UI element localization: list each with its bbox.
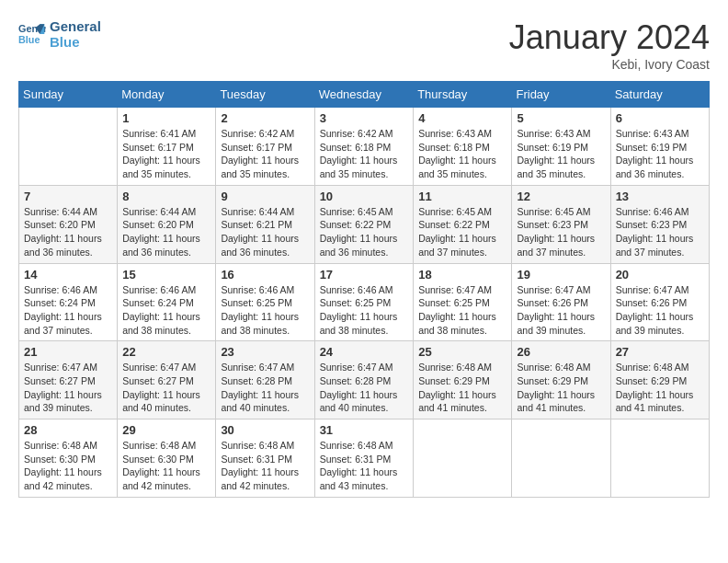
calendar-cell: 9 Sunrise: 6:44 AM Sunset: 6:21 PM Dayli… — [216, 185, 314, 263]
day-number: 10 — [320, 190, 409, 203]
day-info: Sunrise: 6:47 AM Sunset: 6:27 PM Dayligh… — [24, 361, 112, 415]
day-number: 5 — [517, 111, 605, 125]
day-number: 27 — [616, 345, 704, 359]
day-number: 25 — [418, 345, 506, 359]
month-title: January 2024 — [509, 18, 710, 57]
day-info: Sunrise: 6:46 AM Sunset: 6:25 PM Dayligh… — [221, 283, 309, 338]
sunrise-label: Sunrise: 6:45 AM — [418, 206, 492, 217]
daylight-label: Daylight: 11 hours and 42 minutes. — [221, 466, 299, 491]
sunrise-label: Sunrise: 6:46 AM — [320, 284, 393, 295]
sunrise-label: Sunrise: 6:47 AM — [418, 284, 492, 295]
sunrise-label: Sunrise: 6:46 AM — [221, 284, 294, 295]
day-number: 24 — [320, 345, 409, 359]
sunset-label: Sunset: 6:20 PM — [24, 219, 96, 230]
sunset-label: Sunset: 6:30 PM — [122, 454, 194, 465]
sunset-label: Sunset: 6:28 PM — [221, 375, 292, 386]
calendar-cell: 13 Sunrise: 6:46 AM Sunset: 6:23 PM Dayl… — [610, 185, 709, 263]
sunset-label: Sunset: 6:25 PM — [320, 297, 392, 308]
sunset-label: Sunset: 6:29 PM — [418, 375, 490, 386]
sunrise-label: Sunrise: 6:46 AM — [616, 206, 689, 217]
day-info: Sunrise: 6:46 AM Sunset: 6:23 PM Dayligh… — [616, 205, 704, 259]
daylight-label: Daylight: 11 hours and 38 minutes. — [221, 311, 299, 336]
calendar-cell: 1 Sunrise: 6:41 AM Sunset: 6:17 PM Dayli… — [118, 108, 216, 186]
sunrise-label: Sunrise: 6:45 AM — [320, 206, 393, 217]
calendar-cell: 11 Sunrise: 6:45 AM Sunset: 6:22 PM Dayl… — [414, 185, 512, 263]
sunrise-label: Sunrise: 6:43 AM — [517, 128, 590, 139]
daylight-label: Daylight: 11 hours and 41 minutes. — [418, 389, 496, 414]
sunset-label: Sunset: 6:26 PM — [517, 297, 588, 308]
day-info: Sunrise: 6:44 AM Sunset: 6:20 PM Dayligh… — [24, 205, 112, 259]
sunset-label: Sunset: 6:19 PM — [616, 142, 688, 153]
day-info: Sunrise: 6:46 AM Sunset: 6:24 PM Dayligh… — [24, 283, 112, 338]
title-block: January 2024 Kebi, Ivory Coast — [509, 18, 710, 72]
sunrise-label: Sunrise: 6:47 AM — [122, 362, 196, 373]
calendar-cell — [414, 419, 512, 498]
day-info: Sunrise: 6:48 AM Sunset: 6:31 PM Dayligh… — [221, 439, 309, 493]
calendar-cell: 24 Sunrise: 6:47 AM Sunset: 6:28 PM Dayl… — [314, 341, 414, 419]
page-header: General Blue General Blue January 2024 K… — [18, 18, 710, 72]
day-number: 12 — [517, 190, 605, 203]
sunset-label: Sunset: 6:17 PM — [122, 142, 194, 153]
sunset-label: Sunset: 6:28 PM — [320, 375, 392, 386]
calendar-cell: 5 Sunrise: 6:43 AM Sunset: 6:19 PM Dayli… — [512, 108, 610, 186]
day-number: 14 — [24, 268, 112, 282]
calendar-cell: 12 Sunrise: 6:45 AM Sunset: 6:23 PM Dayl… — [512, 185, 610, 263]
sunrise-label: Sunrise: 6:47 AM — [616, 284, 689, 295]
svg-text:Blue: Blue — [18, 34, 40, 45]
calendar-cell: 25 Sunrise: 6:48 AM Sunset: 6:29 PM Dayl… — [414, 341, 512, 419]
sunset-label: Sunset: 6:24 PM — [122, 297, 194, 308]
daylight-label: Daylight: 11 hours and 42 minutes. — [122, 466, 200, 491]
calendar-cell: 15 Sunrise: 6:46 AM Sunset: 6:24 PM Dayl… — [118, 263, 216, 341]
daylight-label: Daylight: 11 hours and 37 minutes. — [517, 233, 595, 258]
day-info: Sunrise: 6:45 AM Sunset: 6:22 PM Dayligh… — [320, 205, 409, 259]
sunrise-label: Sunrise: 6:48 AM — [122, 440, 196, 451]
daylight-label: Daylight: 11 hours and 36 minutes. — [24, 233, 102, 258]
sunrise-label: Sunrise: 6:47 AM — [221, 362, 294, 373]
day-number: 28 — [24, 423, 112, 437]
day-number: 22 — [122, 345, 210, 359]
day-number: 26 — [517, 345, 605, 359]
day-info: Sunrise: 6:47 AM Sunset: 6:28 PM Dayligh… — [221, 361, 309, 415]
daylight-label: Daylight: 11 hours and 36 minutes. — [320, 233, 398, 258]
calendar-cell: 16 Sunrise: 6:46 AM Sunset: 6:25 PM Dayl… — [216, 263, 314, 341]
sunrise-label: Sunrise: 6:48 AM — [320, 440, 393, 451]
calendar-cell — [610, 419, 709, 498]
calendar-cell: 22 Sunrise: 6:47 AM Sunset: 6:27 PM Dayl… — [118, 341, 216, 419]
sunrise-label: Sunrise: 6:46 AM — [24, 284, 97, 295]
calendar-cell: 28 Sunrise: 6:48 AM Sunset: 6:30 PM Dayl… — [19, 419, 118, 498]
weekday-header-tuesday: Tuesday — [216, 82, 314, 108]
sunset-label: Sunset: 6:29 PM — [517, 375, 588, 386]
daylight-label: Daylight: 11 hours and 43 minutes. — [320, 466, 398, 491]
day-number: 20 — [616, 268, 704, 282]
sunset-label: Sunset: 6:30 PM — [24, 454, 96, 465]
sunset-label: Sunset: 6:27 PM — [24, 375, 96, 386]
weekday-header-thursday: Thursday — [414, 82, 512, 108]
sunset-label: Sunset: 6:26 PM — [616, 297, 688, 308]
calendar-cell: 21 Sunrise: 6:47 AM Sunset: 6:27 PM Dayl… — [19, 341, 118, 419]
calendar-week-row: 7 Sunrise: 6:44 AM Sunset: 6:20 PM Dayli… — [19, 185, 710, 263]
sunrise-label: Sunrise: 6:48 AM — [221, 440, 294, 451]
weekday-header-wednesday: Wednesday — [314, 82, 414, 108]
sunrise-label: Sunrise: 6:44 AM — [122, 206, 196, 217]
day-number: 6 — [616, 111, 704, 125]
logo-icon: General Blue — [18, 20, 46, 48]
daylight-label: Daylight: 11 hours and 35 minutes. — [517, 155, 595, 179]
daylight-label: Daylight: 11 hours and 37 minutes. — [24, 311, 102, 336]
day-info: Sunrise: 6:48 AM Sunset: 6:29 PM Dayligh… — [616, 361, 704, 415]
calendar-cell — [512, 419, 610, 498]
sunrise-label: Sunrise: 6:48 AM — [418, 362, 492, 373]
day-info: Sunrise: 6:48 AM Sunset: 6:30 PM Dayligh… — [24, 439, 112, 493]
daylight-label: Daylight: 11 hours and 36 minutes. — [122, 233, 200, 258]
calendar-cell: 2 Sunrise: 6:42 AM Sunset: 6:17 PM Dayli… — [216, 108, 314, 186]
daylight-label: Daylight: 11 hours and 39 minutes. — [616, 311, 694, 336]
day-info: Sunrise: 6:48 AM Sunset: 6:29 PM Dayligh… — [517, 361, 605, 415]
day-number: 3 — [320, 111, 409, 125]
sunset-label: Sunset: 6:29 PM — [616, 375, 688, 386]
day-number: 30 — [221, 423, 309, 437]
sunrise-label: Sunrise: 6:47 AM — [24, 362, 97, 373]
calendar-cell: 8 Sunrise: 6:44 AM Sunset: 6:20 PM Dayli… — [118, 185, 216, 263]
day-number: 29 — [122, 423, 210, 437]
day-number: 16 — [221, 268, 309, 282]
day-info: Sunrise: 6:48 AM Sunset: 6:29 PM Dayligh… — [418, 361, 506, 415]
day-number: 17 — [320, 268, 409, 282]
